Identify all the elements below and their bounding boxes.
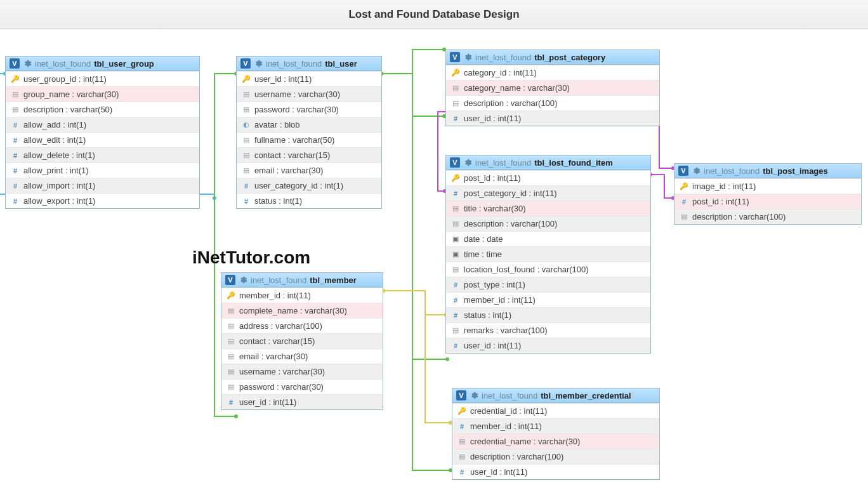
column-label: post_category_id : int(11) [464,189,557,198]
table-column[interactable]: 🔑member_id : int(11) [221,288,383,303]
table-column[interactable]: #member_id : int(11) [446,292,650,307]
table-column[interactable]: #post_category_id : int(11) [446,185,650,201]
db-name-label: inet_lost_found [482,391,537,400]
table-column[interactable]: #post_type : int(1) [446,277,650,292]
table-column[interactable]: ▤description : varchar(50) [6,102,199,117]
table-column[interactable]: ▤category_name : varchar(30) [446,80,659,95]
column-label: post_id : int(11) [692,197,749,206]
table-column[interactable]: ▤username : varchar(30) [221,364,383,379]
table-header[interactable]: Vinet_lost_foundtbl_member_credential [452,388,659,403]
table-column[interactable]: #user_id : int(11) [452,464,659,479]
watermark-text: iNetTutor.com [192,248,310,268]
table-column[interactable]: ▤address : varchar(100) [221,318,383,333]
table-column[interactable]: ▤description : varchar(100) [446,216,650,231]
table-tbl_post_images[interactable]: Vinet_lost_foundtbl_post_images🔑image_id… [674,163,862,225]
table-column[interactable]: 🔑category_id : int(11) [446,65,659,80]
table-column[interactable]: ▣time : time [446,246,650,261]
column-label: user_category_id : int(1) [254,181,343,190]
relation-line [383,291,450,423]
table-column[interactable]: #status : int(1) [237,193,381,208]
table-tbl_lost_found_item[interactable]: Vinet_lost_foundtbl_lost_found_item🔑post… [445,155,651,354]
table-tbl_user[interactable]: Vinet_lost_foundtbl_user🔑user_id : int(1… [236,56,382,209]
column-label: user_id : int(11) [254,74,312,84]
gear-icon[interactable] [692,166,700,175]
view-badge-icon: V [456,390,466,400]
gear-icon[interactable] [254,59,263,68]
table-column[interactable]: ▣date : date [446,231,650,246]
table-column[interactable]: ▤description : varchar(100) [452,449,659,464]
table-column[interactable]: 🔑user_id : int(11) [237,71,381,86]
column-icon: ▤ [227,367,235,376]
table-column[interactable]: ▤complete_name : varchar(30) [221,303,383,318]
view-badge-icon: V [10,58,20,69]
table-column[interactable]: 🔑user_group_id : int(11) [6,71,199,86]
table-header[interactable]: Vinet_lost_foundtbl_post_images [674,164,861,178]
table-column[interactable]: ▤description : varchar(100) [674,209,861,224]
table-header[interactable]: Vinet_lost_foundtbl_user_group [6,56,199,71]
table-header[interactable]: Vinet_lost_foundtbl_lost_found_item [446,155,650,170]
table-column[interactable]: ▤password : varchar(30) [221,379,383,394]
table-column[interactable]: #allow_edit : int(1) [6,132,199,147]
column-label: title : varchar(30) [464,204,526,213]
column-icon: ▤ [451,204,460,213]
table-column[interactable]: #user_id : int(11) [446,110,659,126]
hash-icon: # [11,151,20,160]
column-label: remarks : varchar(100) [464,326,547,335]
table-column[interactable]: ▤description : varchar(100) [446,95,659,110]
table-column[interactable]: #allow_add : int(1) [6,117,199,132]
column-icon: ▤ [242,105,251,114]
column-icon: ▤ [451,99,460,108]
column-label: allow_edit : int(1) [23,135,86,145]
gear-icon[interactable] [239,275,247,284]
table-column[interactable]: #user_id : int(11) [221,394,383,409]
table-column[interactable]: #allow_import : int(1) [6,178,199,193]
table-column[interactable]: ▤password : varchar(30) [237,102,381,117]
db-name-label: inet_lost_found [704,166,760,176]
table-tbl_member_credential[interactable]: Vinet_lost_foundtbl_member_credential🔑cr… [452,388,660,480]
table-column[interactable]: ▤fullname : varchar(50) [237,132,381,147]
table-column[interactable]: #allow_print : int(1) [6,162,199,178]
table-column[interactable]: ▤email : varchar(30) [221,348,383,364]
column-label: status : int(1) [464,310,511,320]
erd-canvas[interactable]: iNetTutor.com Vinet_lost_foundtbl_user_g… [0,29,868,483]
gear-icon[interactable] [463,53,472,62]
table-column[interactable]: ▤remarks : varchar(100) [446,322,650,338]
column-label: member_id : int(11) [464,295,536,305]
table-column[interactable]: #user_id : int(11) [446,338,650,353]
column-icon: ▤ [227,322,235,331]
column-label: user_id : int(11) [470,467,527,477]
gear-icon[interactable] [463,158,472,167]
table-column[interactable]: ▤credential_name : varchar(30) [452,433,659,449]
table-header[interactable]: Vinet_lost_foundtbl_post_category [446,50,659,65]
column-icon: ▤ [242,166,251,175]
table-column[interactable]: #allow_export : int(1) [6,193,199,208]
table-column[interactable]: #status : int(1) [446,307,650,322]
table-header[interactable]: Vinet_lost_foundtbl_user [237,56,381,71]
table-column[interactable]: #user_category_id : int(1) [237,178,381,193]
table-column[interactable]: ▤email : varchar(30) [237,162,381,178]
table-column[interactable]: #post_id : int(11) [674,194,861,209]
table-column[interactable]: 🔑credential_id : int(11) [452,403,659,418]
table-tbl_post_category[interactable]: Vinet_lost_foundtbl_post_category🔑catego… [445,50,660,126]
table-column[interactable]: ▤contact : varchar(15) [221,333,383,348]
view-badge-icon: V [678,166,688,176]
column-label: post_type : int(1) [464,280,525,289]
table-column[interactable]: ▤contact : varchar(15) [237,147,381,162]
table-column[interactable]: 🔑post_id : int(11) [446,170,650,185]
table-column[interactable]: ◐avatar : blob [237,117,381,132]
table-column[interactable]: 🔑image_id : int(11) [674,178,861,194]
table-column[interactable]: ▤username : varchar(30) [237,86,381,102]
table-column[interactable]: ▤group_name : varchar(30) [6,86,199,102]
gear-icon[interactable] [470,391,478,400]
table-tbl_member[interactable]: Vinet_lost_foundtbl_member🔑member_id : i… [221,272,383,410]
hash-icon: # [11,182,20,190]
table-column[interactable]: ▤title : varchar(30) [446,201,650,216]
table-column[interactable]: #allow_delete : int(1) [6,147,199,162]
hash-icon: # [457,422,466,431]
table-header[interactable]: Vinet_lost_foundtbl_member [221,273,383,288]
gear-icon[interactable] [23,59,32,68]
table-column[interactable]: ▤location_lost_found : varchar(100) [446,261,650,277]
table-tbl_user_group[interactable]: Vinet_lost_foundtbl_user_group🔑user_grou… [5,56,200,209]
table-column[interactable]: #member_id : int(11) [452,418,659,433]
column-label: avatar : blob [254,120,300,129]
